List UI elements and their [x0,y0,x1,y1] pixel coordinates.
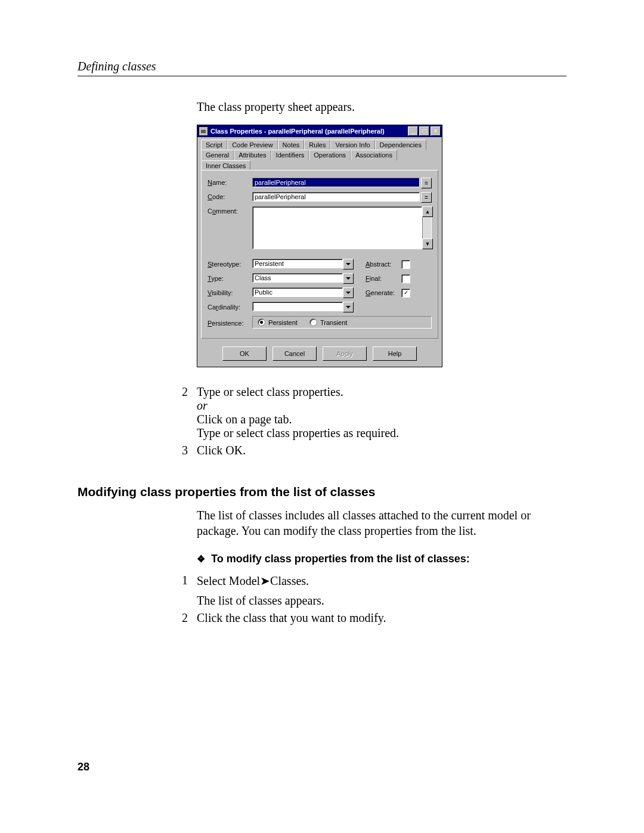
final-label: Final: [366,275,401,282]
step-text: Click the class that you want to modify. [197,611,566,625]
intro-text: The class property sheet appears. [197,100,566,114]
close-button[interactable]: × [431,126,441,136]
persistent-radio-label: Persistent [268,319,298,326]
cardinality-combo[interactable] [252,302,354,312]
dialog-title: Class Properties - parallelPeripheral (p… [210,128,407,135]
step-text: Click on a page tab. [197,413,566,426]
maximize-button[interactable]: □ [419,126,429,136]
tab-notes[interactable]: Notes [278,140,305,150]
persistence-radio-group: Persistent Transient [252,316,432,329]
tab-identifiers[interactable]: Identifiers [271,150,309,160]
stereotype-combo[interactable]: Persistent [252,259,354,270]
name-input[interactable]: parallelPeripheral [252,178,420,187]
comment-textarea[interactable] [252,206,422,249]
ok-button[interactable]: OK [222,346,267,361]
dropdown-icon[interactable] [343,302,354,312]
abstract-label: Abstract: [366,261,401,268]
dropdown-icon[interactable] [343,259,354,270]
tab-inner-classes[interactable]: Inner Classes [201,160,250,171]
step-text: Type or select class properties as requi… [197,426,566,440]
dialog-button-row: OK Cancel Apply Help [197,343,442,367]
tab-version-info[interactable]: Version Info [330,140,374,150]
tab-code-preview[interactable]: Code Preview [227,140,277,150]
tab-script[interactable]: Script [201,140,227,150]
system-menu-icon[interactable] [199,126,208,136]
step-number: 2 [173,385,197,440]
transient-radio-label: Transient [320,319,347,326]
running-header: Defining classes [78,60,566,76]
name-aux-button[interactable]: = [421,178,432,188]
page-number: 28 [78,761,89,773]
cardinality-label: Cardinality: [208,304,252,311]
step-or: or [197,399,566,413]
task-step-2: 2 Click the class that you want to modif… [173,611,566,625]
visibility-label: Visibility: [208,289,252,296]
scroll-track[interactable] [422,217,432,239]
tab-operations[interactable]: Operations [309,150,351,160]
visibility-value: Public [252,287,343,297]
dropdown-icon[interactable] [343,273,354,284]
step-text: Type or select class properties. [197,385,566,399]
cardinality-value [252,302,343,311]
minimize-button[interactable]: _ [408,126,418,136]
step-text: The list of classes appears. [197,594,566,608]
step-2: 2 Type or select class properties. or Cl… [173,385,566,440]
task-step-1: 1 Select Model➤Classes. The list of clas… [173,574,566,608]
step-3: 3 Click OK. [173,444,566,457]
abstract-checkbox[interactable] [401,260,410,269]
transient-radio[interactable]: Transient [309,318,347,326]
radio-on-icon [258,318,265,326]
generate-label: Generate: [366,289,401,296]
menu-arrow-icon: ➤ [260,574,270,587]
final-checkbox[interactable] [401,274,410,283]
stereotype-label: Stereotype: [208,261,252,268]
persistent-radio[interactable]: Persistent [258,318,298,326]
scroll-up-icon[interactable]: ▲ [422,206,433,217]
task-heading: To modify class properties from the list… [197,553,566,565]
scroll-down-icon[interactable]: ▼ [422,239,433,249]
tab-associations[interactable]: Associations [351,150,397,160]
type-combo[interactable]: Class [252,273,354,284]
code-aux-button[interactable]: = [421,192,432,203]
type-label: Type: [208,275,252,282]
step-number: 3 [173,444,197,457]
apply-button[interactable]: Apply [323,346,367,361]
tab-dependencies[interactable]: Dependencies [375,140,426,150]
class-properties-dialog: Class Properties - parallelPeripheral (p… [197,125,442,367]
help-button[interactable]: Help [373,346,417,361]
section-paragraph: The list of classes includes all classes… [197,507,561,538]
visibility-combo[interactable]: Public [252,287,354,298]
comment-scrollbar[interactable]: ▲ ▼ [422,206,432,249]
tab-attributes[interactable]: Attributes [234,150,271,160]
comment-label: Comment: [208,206,252,215]
type-value: Class [252,273,343,283]
section-heading: Modifying class properties from the list… [78,485,566,499]
radio-off-icon [309,318,317,326]
code-input[interactable]: parallelPeripheral [252,192,420,202]
step-text: Select Model➤Classes. [197,574,566,588]
general-panel: Name: parallelPeripheral = Code: paralle… [201,170,438,339]
persistence-label: Persistence: [208,318,252,327]
generate-checkbox[interactable]: ✓ [401,289,410,298]
tab-general[interactable]: General [201,150,234,160]
name-label: Name: [208,178,252,186]
step-number: 2 [173,611,197,625]
dropdown-icon[interactable] [343,287,354,298]
stereotype-value: Persistent [252,259,343,268]
step-number: 1 [173,574,197,608]
tab-rules[interactable]: Rules [304,140,330,150]
cancel-button[interactable]: Cancel [273,346,317,361]
code-label: Code: [208,192,252,200]
dialog-titlebar[interactable]: Class Properties - parallelPeripheral (p… [197,125,442,137]
step-text: Click OK. [197,444,566,457]
tab-strip: Script Code Preview Notes Rules Version … [197,137,442,171]
